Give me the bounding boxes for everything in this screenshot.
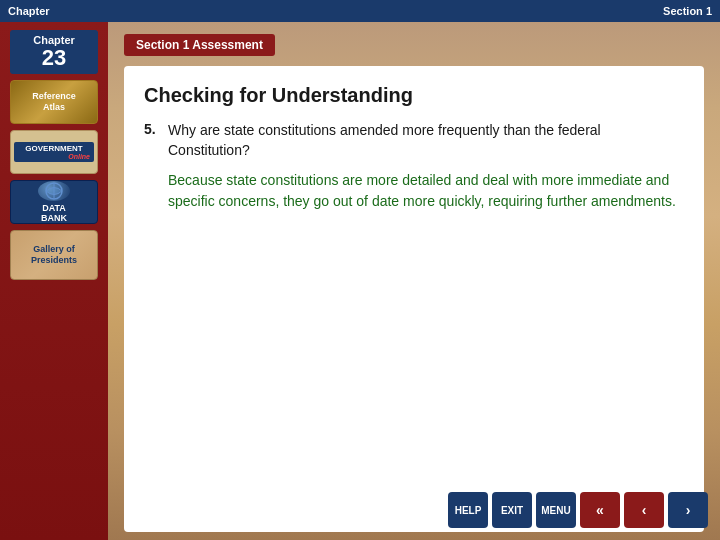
question-text: Why are state constitutions amended more… — [168, 121, 684, 160]
government-online-label: GOVERNMENT Online — [14, 142, 94, 162]
help-button[interactable]: HELP — [448, 492, 488, 528]
menu-button[interactable]: MENU — [536, 492, 576, 528]
gallery-presidents-label: Gallery of Presidents — [31, 244, 77, 267]
chapter-number: 23 — [18, 46, 90, 70]
answer-text: Because state constitutions are more det… — [144, 170, 684, 212]
sidebar-item-reference-atlas[interactable]: Reference Atlas — [10, 80, 98, 124]
sidebar-item-data-bank[interactable]: DATA BANK — [10, 180, 98, 224]
question-row: 5. Why are state constitutions amended m… — [144, 121, 684, 160]
prev-button[interactable]: ‹ — [624, 492, 664, 528]
exit-button[interactable]: EXIT — [492, 492, 532, 528]
main-content: Section 1 Assessment Checking for Unders… — [108, 22, 720, 540]
sidebar-item-government-online[interactable]: GOVERNMENT Online — [10, 130, 98, 174]
next-button[interactable]: › — [668, 492, 708, 528]
reference-atlas-label: Reference Atlas — [32, 91, 76, 113]
section-assessment-banner: Section 1 Assessment — [124, 34, 275, 56]
data-bank-label: DATA BANK — [41, 203, 67, 223]
data-bank-icon — [38, 181, 70, 201]
sidebar-item-gallery-presidents[interactable]: Gallery of Presidents — [10, 230, 98, 280]
sidebar: Chapter 23 Reference Atlas GOVERNMENT On… — [0, 22, 108, 540]
question-number: 5. — [144, 121, 160, 160]
chapter-box: Chapter 23 — [10, 30, 98, 74]
section-label: Section 1 — [655, 5, 720, 17]
bottom-navigation: HELP EXIT MENU « ‹ › — [448, 492, 708, 528]
chapter-label: Chapter — [0, 5, 58, 17]
top-bar: Chapter Section 1 — [0, 0, 720, 22]
page-title: Checking for Understanding — [144, 84, 684, 107]
content-box: Checking for Understanding 5. Why are st… — [124, 66, 704, 532]
prev-prev-button[interactable]: « — [580, 492, 620, 528]
